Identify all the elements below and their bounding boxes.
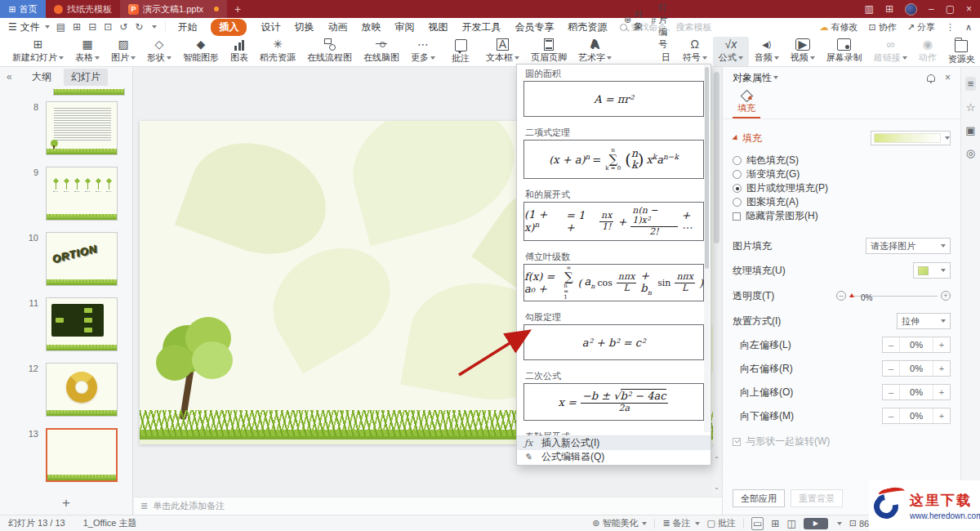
- docer-resources-button[interactable]: ✳ 稻壳资源: [254, 37, 301, 66]
- offset-right-value[interactable]: 0%: [899, 361, 933, 376]
- chevron-down-icon[interactable]: [773, 76, 778, 79]
- picture-button[interactable]: ▨ 图片: [105, 37, 141, 66]
- comment-status-button[interactable]: ▢ 批注: [707, 517, 736, 529]
- transparency-slider[interactable]: – 0% +: [836, 287, 951, 305]
- increase-icon[interactable]: +: [941, 291, 951, 301]
- menu-review[interactable]: 审阅: [394, 20, 414, 34]
- slide-sorter-view-icon[interactable]: ⊞: [771, 518, 779, 529]
- apply-all-button[interactable]: 全部应用: [733, 489, 785, 507]
- object-properties-rail-icon[interactable]: ≡: [965, 77, 977, 91]
- save-icon[interactable]: ▤: [56, 21, 65, 33]
- screen-record-button[interactable]: 屏幕录制: [821, 37, 868, 66]
- radio-pattern-fill[interactable]: 图案填充(A): [733, 195, 951, 209]
- table-button[interactable]: ▦ 表格: [69, 37, 105, 66]
- object-button[interactable]: ⊕ 对象: [624, 0, 643, 51]
- menu-insert[interactable]: 插入: [211, 19, 247, 36]
- slideshow-play-button[interactable]: ▶: [804, 518, 828, 529]
- minimize-button[interactable]: –: [929, 3, 934, 15]
- share-button[interactable]: ↗ 分享: [907, 21, 935, 33]
- slide-thumbnail-11[interactable]: [46, 297, 118, 351]
- menu-docer-resources[interactable]: 稻壳资源: [568, 20, 607, 34]
- notes-button[interactable]: ≣ 备注: [662, 517, 699, 529]
- increment-button[interactable]: +: [933, 337, 950, 352]
- apps-grid-icon[interactable]: ⊞: [885, 3, 893, 15]
- tab-fill[interactable]: 填充: [733, 88, 760, 118]
- tab-home[interactable]: ⊞ 首页: [0, 0, 46, 18]
- offset-down-value[interactable]: 0%: [899, 408, 933, 423]
- symbol-button[interactable]: Ω 符号: [677, 37, 713, 66]
- slide-thumbnail-13-selected[interactable]: [46, 428, 118, 482]
- texture-fill-select[interactable]: [913, 262, 951, 279]
- chevron-down-icon[interactable]: [152, 25, 157, 29]
- online-mindmap-button[interactable]: 在线脑图: [358, 37, 405, 66]
- formula-button[interactable]: √x 公式: [713, 37, 749, 66]
- file-menu[interactable]: ☰ 文件: [0, 20, 56, 34]
- fill-preview-dropdown[interactable]: [871, 131, 951, 145]
- chevron-down-icon[interactable]: [837, 522, 842, 525]
- insert-new-formula-item[interactable]: ƒx 插入新公式(I): [517, 436, 710, 450]
- menu-start[interactable]: 开始: [177, 20, 197, 34]
- smartart-button[interactable]: ◆ 智能图形: [177, 37, 225, 66]
- online-flowchart-button[interactable]: 在线流程图: [301, 37, 358, 66]
- new-slide-button[interactable]: ⊞ 新建幻灯片: [7, 37, 69, 66]
- print-preview-icon[interactable]: ⊡: [104, 21, 112, 33]
- print-icon[interactable]: ⊟: [88, 21, 96, 33]
- radio-solid-fill[interactable]: 纯色填充(S): [733, 154, 951, 167]
- menu-design[interactable]: 设计: [261, 20, 280, 34]
- panels-icon[interactable]: ▣: [965, 124, 975, 136]
- header-footer-button[interactable]: 页眉页脚: [525, 37, 572, 66]
- video-button[interactable]: ▶ 视频: [785, 37, 821, 66]
- increment-button[interactable]: +: [933, 408, 950, 423]
- slide-thumbnail-8[interactable]: [46, 101, 118, 155]
- radio-picture-texture-fill[interactable]: 图片或纹理填充(P): [733, 181, 951, 195]
- collaborate-button[interactable]: ⊡ 协作: [869, 21, 897, 33]
- decrement-button[interactable]: –: [883, 361, 899, 376]
- modified-status[interactable]: ☁ 有修改: [820, 21, 858, 33]
- menu-view[interactable]: 视图: [428, 20, 448, 34]
- close-panel-icon[interactable]: ×: [945, 72, 951, 83]
- resource-folder-button[interactable]: 资源夹: [942, 37, 980, 66]
- effects-star-icon[interactable]: ☆: [966, 101, 976, 114]
- decrease-icon[interactable]: –: [836, 291, 846, 301]
- wordart-button[interactable]: A 艺术字: [572, 37, 617, 66]
- menu-slideshow[interactable]: 放映: [361, 20, 381, 34]
- close-button[interactable]: ×: [966, 3, 972, 15]
- increment-button[interactable]: +: [933, 361, 950, 376]
- restore-button[interactable]: ▢: [946, 3, 955, 15]
- checkbox-hide-background[interactable]: 隐藏背景图形(H): [733, 209, 951, 223]
- dropdown-scrollbar[interactable]: [704, 65, 710, 432]
- formula-option-fourier[interactable]: f(x) = a₀ + ∞∑n = 1 ( an cos nπxL + bn s…: [523, 264, 704, 301]
- fit-screen-icon[interactable]: ⊡: [849, 518, 857, 529]
- redo-icon[interactable]: ↻: [135, 21, 143, 33]
- collapse-sidebar-icon[interactable]: «: [7, 71, 12, 83]
- vertical-scrollbar[interactable]: [713, 67, 720, 497]
- normal-view-icon[interactable]: ▭: [751, 517, 764, 530]
- offset-left-value[interactable]: 0%: [899, 337, 933, 352]
- menu-transition[interactable]: 切换: [294, 20, 314, 34]
- split-view-icon[interactable]: ▥: [865, 3, 874, 15]
- avatar[interactable]: [905, 3, 917, 16]
- increment-button[interactable]: +: [933, 385, 950, 399]
- textbox-button[interactable]: A 文本框: [480, 37, 525, 66]
- slide-thumbnail-10[interactable]: ORTION: [46, 232, 118, 286]
- comment-button[interactable]: 批注: [446, 37, 475, 66]
- slide-thumbnail-partial[interactable]: [53, 88, 125, 96]
- placement-select[interactable]: 拉伸: [897, 313, 951, 329]
- menu-member[interactable]: 会员专享: [514, 20, 554, 34]
- more-button[interactable]: ⋯ 更多: [405, 37, 441, 66]
- fill-section-header[interactable]: 填充: [733, 132, 762, 145]
- notes-bar[interactable]: ≣ 单击此处添加备注: [134, 497, 722, 515]
- decrement-button[interactable]: –: [883, 408, 899, 423]
- tab-template-doc[interactable]: 找纸壳模板: [46, 0, 120, 18]
- output-icon[interactable]: ⊞: [73, 21, 81, 33]
- formula-editor-item[interactable]: ✎ 公式编辑器(Q): [517, 450, 710, 464]
- undo-icon[interactable]: ↺: [119, 21, 127, 33]
- audio-button[interactable]: ◀) 音频: [749, 37, 785, 66]
- more-vertical-icon[interactable]: ⋮: [946, 22, 955, 33]
- menu-devtools[interactable]: 开发工具: [461, 20, 501, 34]
- slider-handle[interactable]: [849, 293, 854, 297]
- chart-button[interactable]: 图表: [225, 37, 254, 66]
- formula-option-circle-area[interactable]: A = πr²: [523, 81, 704, 117]
- shapes-button[interactable]: ◇ 形状: [141, 37, 177, 66]
- decrement-button[interactable]: –: [883, 337, 899, 352]
